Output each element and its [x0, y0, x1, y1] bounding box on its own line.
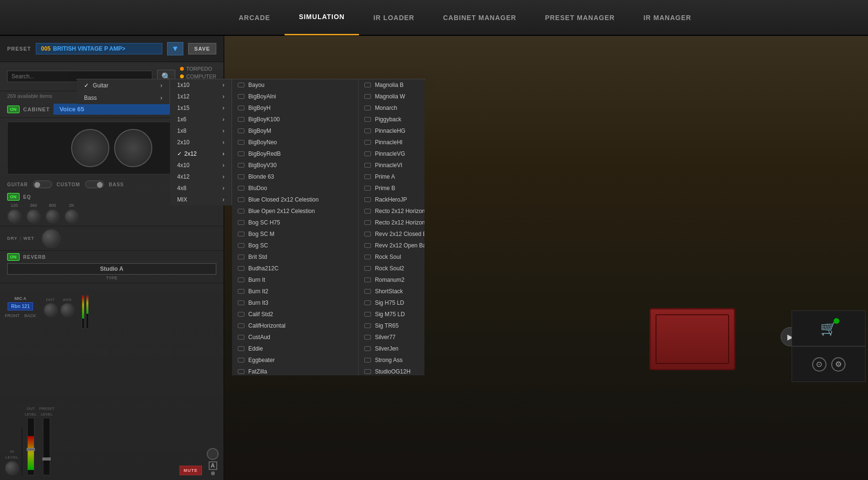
preset-bar: PRESET 005 BRITISH VINTAGE P AMP> ▼ SAVE: [0, 36, 223, 62]
cab-item[interactable]: PinnacleHG: [359, 125, 424, 137]
cab-item[interactable]: BigBoyV30: [232, 160, 358, 171]
cab-item[interactable]: BigBoyRedB: [232, 148, 358, 160]
cab-item[interactable]: BigBoyAlni: [232, 91, 358, 102]
eq-on-badge[interactable]: ON: [7, 193, 20, 201]
eq-knob-360[interactable]: [26, 209, 41, 224]
size-4x8[interactable]: 4x8›: [170, 182, 232, 194]
cab-item[interactable]: Revv 2x12 Open Back V1: [359, 240, 424, 251]
nav-arcade[interactable]: ARCADE: [224, 0, 285, 35]
cab-item[interactable]: RackHeroJP: [359, 194, 424, 205]
dry-wet-knob[interactable]: [42, 229, 61, 248]
cab-item[interactable]: BigBoyH: [232, 102, 358, 114]
cab-item[interactable]: Bog SC: [232, 240, 358, 251]
cab-item[interactable]: Blue Open 2x12 Celestion: [232, 205, 358, 217]
size-1x6[interactable]: 1x6›: [170, 114, 232, 125]
in-level-knob[interactable]: [5, 461, 19, 475]
preset-label: PRESET: [7, 46, 31, 52]
cab-item[interactable]: Calif Std2: [232, 309, 358, 320]
cab-item[interactable]: Recto 2x12 Horizontal - SLE: [359, 205, 424, 217]
mute-button[interactable]: MUTE: [180, 466, 202, 475]
mic-distance-knob[interactable]: [43, 303, 58, 317]
size-1x12[interactable]: 1x12›: [170, 91, 232, 102]
cab-item[interactable]: Burn It: [232, 274, 358, 286]
cab-item[interactable]: BluDoo: [232, 182, 358, 194]
nav-ir-loader[interactable]: IR LOADER: [359, 0, 429, 35]
settings-icon[interactable]: ⚙: [831, 357, 846, 372]
cab-item[interactable]: Sig TR65: [359, 320, 424, 331]
nav-preset-manager[interactable]: PRESET MANAGER: [530, 0, 629, 35]
cab-item[interactable]: Budha212C: [232, 263, 358, 274]
cab-icon: [238, 117, 244, 122]
cab-item[interactable]: Rock Soul: [359, 251, 424, 263]
eq-knob-120[interactable]: [7, 209, 21, 224]
record-icon[interactable]: ⊙: [812, 357, 826, 372]
size-2x10[interactable]: 2x10›: [170, 137, 232, 148]
cab-item[interactable]: Recto 2x12 Horizontal - WTE: [359, 217, 424, 228]
cab-item[interactable]: Eddie: [232, 343, 358, 354]
cab-item[interactable]: Magnolia B: [359, 79, 424, 91]
cab-item[interactable]: PinnacleHI: [359, 137, 424, 148]
size-mix[interactable]: MIX›: [170, 194, 232, 205]
cab-item[interactable]: Prime B: [359, 182, 424, 194]
cab-item[interactable]: Bayou: [232, 79, 358, 91]
cab-item-label: PinnacleHG: [375, 128, 405, 134]
nav-ir-manager[interactable]: IR MANAGER: [629, 0, 706, 35]
cab-item[interactable]: Blue Closed 2x12 Celestion: [232, 194, 358, 205]
cab-item[interactable]: StudioOG12H: [359, 366, 424, 375]
cab-item-label: Revv 2x12 Closed Back V1: [375, 231, 424, 237]
torpedo-source[interactable]: TORPEDO: [180, 66, 216, 72]
size-1x10[interactable]: 1x10›: [170, 79, 232, 91]
cab-item[interactable]: SilverJen: [359, 343, 424, 354]
a-knob[interactable]: [207, 448, 219, 460]
cab-item[interactable]: Burn It2: [232, 286, 358, 297]
size-4x10[interactable]: 4x10›: [170, 160, 232, 171]
cab-item[interactable]: Monarch: [359, 102, 424, 114]
cab-item[interactable]: Bog SC M: [232, 228, 358, 240]
cab-item[interactable]: Revv 2x12 Closed Back V1: [359, 228, 424, 240]
cab-icon: [238, 151, 244, 156]
cab-item[interactable]: Blonde 63: [232, 171, 358, 182]
cab-icon: [364, 335, 371, 340]
cab-item[interactable]: Strong Ass: [359, 354, 424, 366]
cab-item[interactable]: CustAud: [232, 331, 358, 343]
mic-axis-knob[interactable]: [60, 303, 74, 317]
cab-icon: [364, 369, 371, 374]
cab-item[interactable]: Prime A: [359, 171, 424, 182]
cab-item[interactable]: Rock Soul2: [359, 263, 424, 274]
cab-item[interactable]: Bog SC H75: [232, 217, 358, 228]
cab-item[interactable]: Brit Std: [232, 251, 358, 263]
size-4x12[interactable]: 4x12›: [170, 171, 232, 182]
cab-item[interactable]: FatZilla: [232, 366, 358, 375]
size-2x12[interactable]: ✓2x12›: [170, 148, 232, 160]
reverb-on-badge[interactable]: ON: [7, 253, 20, 261]
cab-item[interactable]: Silver77: [359, 331, 424, 343]
cab-item[interactable]: ShortStack: [359, 286, 424, 297]
guitar-menu-item[interactable]: ✓ Guitar ›: [77, 79, 169, 92]
eq-knob-800[interactable]: [45, 209, 60, 224]
cab-item-label: CustAud: [248, 334, 270, 341]
cabinet-on-badge[interactable]: ON: [7, 106, 20, 113]
cab-item[interactable]: Sig M75 LD: [359, 309, 424, 320]
cab-item[interactable]: Magnolia W: [359, 91, 424, 102]
size-1x8[interactable]: 1x8›: [170, 125, 232, 137]
cab-item[interactable]: Piggyback: [359, 114, 424, 125]
cab-icon: [364, 255, 371, 259]
cab-item[interactable]: Burn It3: [232, 297, 358, 309]
cab-item[interactable]: BigBoyK100: [232, 114, 358, 125]
bass-menu-item[interactable]: Bass ›: [77, 92, 169, 104]
eq-knob-2k[interactable]: [64, 209, 79, 224]
cab-item[interactable]: Eggbeater: [232, 354, 358, 366]
cab-item[interactable]: Sig H75 LD: [359, 297, 424, 309]
cab-item[interactable]: CalifHorizontal: [232, 320, 358, 331]
cab-item[interactable]: PinnacleVG: [359, 148, 424, 160]
preset-arrow-btn[interactable]: ▼: [167, 42, 183, 55]
cab-item[interactable]: BigBoyM: [232, 125, 358, 137]
cab-item[interactable]: Romanum2: [359, 274, 424, 286]
nav-simulation[interactable]: SIMULATION: [285, 0, 359, 35]
nav-cabinet-manager[interactable]: CABINET MANAGER: [429, 0, 530, 35]
cab-item[interactable]: BigBoyNeo: [232, 137, 358, 148]
size-1x15[interactable]: 1x15›: [170, 102, 232, 114]
cab-icon: [364, 346, 371, 351]
cab-item[interactable]: PinnacleVI: [359, 160, 424, 171]
save-button[interactable]: SAVE: [188, 43, 216, 54]
